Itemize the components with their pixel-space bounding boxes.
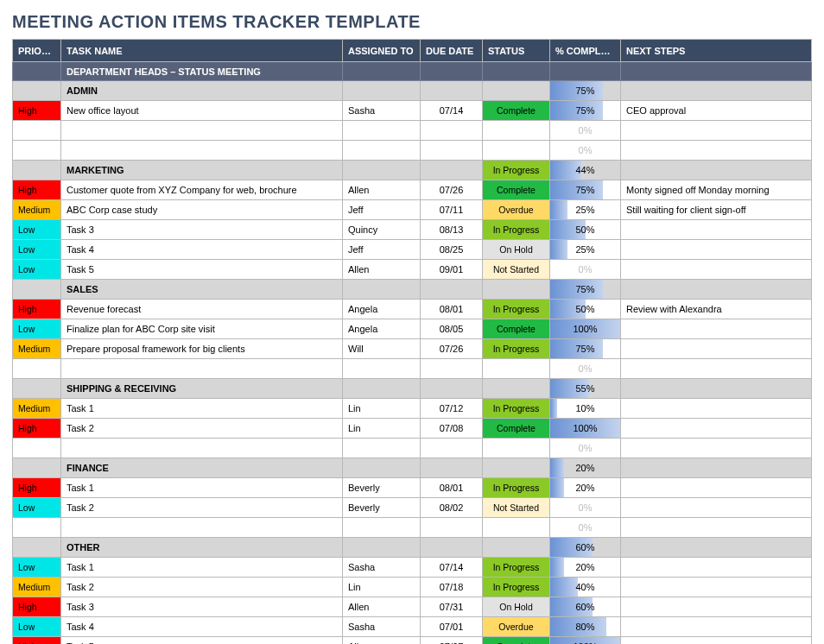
assigned-cell: Jeff — [343, 240, 421, 260]
priority-cell: Low — [13, 260, 61, 280]
group-name: SALES — [61, 280, 343, 300]
next-cell: Still waiting for client sign-off — [621, 200, 812, 220]
next-cell: Review with Alexandra — [621, 300, 812, 319]
task-cell: New office layout — [61, 101, 343, 121]
due-cell: 07/07 — [421, 637, 483, 645]
pct-cell: 0% — [550, 359, 621, 379]
next-cell — [621, 478, 812, 498]
cell — [421, 161, 483, 180]
group-name: ADMIN — [61, 81, 343, 101]
header-row: PRIORITY TASK NAME ASSIGNED TO DUE DATE … — [13, 40, 812, 62]
cell — [621, 439, 812, 458]
task-cell: Task 5 — [61, 637, 343, 645]
status-cell — [483, 379, 550, 399]
pct-label: 20% — [550, 458, 620, 477]
pct-cell: 20% — [550, 558, 621, 578]
cell — [483, 141, 550, 161]
status-cell: Complete — [483, 319, 550, 339]
pct-cell: 60% — [550, 538, 621, 558]
table-row: Low Task 5 Allen 09/01 Not Started 0% — [13, 260, 812, 280]
cell — [621, 280, 812, 300]
cell — [343, 62, 421, 81]
status-cell: In Progress — [483, 300, 550, 319]
group-name: OTHER — [61, 538, 343, 558]
task-cell: Task 5 — [61, 260, 343, 280]
cell — [421, 458, 483, 478]
pct-label: 80% — [550, 617, 620, 636]
cell — [421, 141, 483, 161]
task-cell: Task 2 — [61, 498, 343, 518]
col-next: NEXT STEPS — [621, 40, 812, 62]
due-cell: 08/25 — [421, 240, 483, 260]
assigned-cell: Sasha — [343, 558, 421, 578]
pct-label: 0% — [550, 359, 620, 378]
pct-label: 20% — [550, 558, 620, 577]
cell — [483, 62, 550, 81]
assigned-cell: Beverly — [343, 478, 421, 498]
next-cell — [621, 558, 812, 578]
section-title: DEPARTMENT HEADS – STATUS MEETING — [61, 62, 343, 81]
pct-cell: 0% — [550, 121, 621, 141]
cell — [621, 81, 812, 101]
pct-cell: 10% — [550, 399, 621, 419]
pct-label: 50% — [550, 300, 620, 319]
pct-label: 0% — [550, 141, 620, 160]
cell — [13, 121, 61, 141]
task-cell: Revenue forecast — [61, 300, 343, 319]
cell — [483, 121, 550, 141]
task-cell: Task 4 — [61, 617, 343, 637]
pct-label: 0% — [550, 121, 620, 140]
task-cell: Task 2 — [61, 419, 343, 439]
pct-cell: 0% — [550, 518, 621, 538]
cell — [621, 62, 812, 81]
table-row: Medium Prepare proposal framework for bi… — [13, 339, 812, 359]
assigned-cell: Allen — [343, 260, 421, 280]
status-cell: Overdue — [483, 617, 550, 637]
task-cell: ABC Corp case study — [61, 200, 343, 220]
pct-label: 55% — [550, 379, 620, 398]
pct-label: 40% — [550, 578, 620, 597]
cell — [343, 81, 421, 101]
priority-cell: Medium — [13, 578, 61, 597]
table-row: Medium ABC Corp case study Jeff 07/11 Ov… — [13, 200, 812, 220]
assigned-cell: Allen — [343, 180, 421, 200]
status-cell: Not Started — [483, 260, 550, 280]
priority-cell: Low — [13, 319, 61, 339]
col-due: DUE DATE — [421, 40, 483, 62]
pct-cell: 40% — [550, 578, 621, 597]
priority-cell: Medium — [13, 200, 61, 220]
pct-cell: 100% — [550, 637, 621, 645]
pct-cell: 60% — [550, 597, 621, 617]
next-cell — [621, 617, 812, 637]
pct-label: 0% — [550, 439, 620, 458]
priority-cell: Low — [13, 220, 61, 240]
table-row: Low Task 2 Beverly 08/02 Not Started 0% — [13, 498, 812, 518]
table-row: Low Task 3 Quincy 08/13 In Progress 50% — [13, 220, 812, 240]
group-name: FINANCE — [61, 458, 343, 478]
due-cell: 09/01 — [421, 260, 483, 280]
assigned-cell: Sasha — [343, 617, 421, 637]
pct-cell: 75% — [550, 101, 621, 121]
due-cell: 07/26 — [421, 339, 483, 359]
cell — [421, 81, 483, 101]
task-cell: Task 1 — [61, 558, 343, 578]
task-cell: Task 2 — [61, 578, 343, 597]
pct-label: 60% — [550, 538, 620, 557]
pct-cell: 55% — [550, 379, 621, 399]
task-cell: Task 1 — [61, 399, 343, 419]
col-priority: PRIORITY — [13, 40, 61, 62]
priority-cell: High — [13, 419, 61, 439]
group-row: MARKETING In Progress 44% — [13, 161, 812, 180]
status-cell: Complete — [483, 180, 550, 200]
group-row: FINANCE 20% — [13, 458, 812, 478]
status-cell: In Progress — [483, 558, 550, 578]
blank-row: 0% — [13, 141, 812, 161]
cell — [343, 458, 421, 478]
due-cell: 07/26 — [421, 180, 483, 200]
cell — [13, 379, 61, 399]
cell — [421, 439, 483, 458]
next-cell — [621, 578, 812, 597]
task-cell: Task 4 — [61, 240, 343, 260]
pct-label: 0% — [550, 260, 620, 279]
cell — [61, 141, 343, 161]
